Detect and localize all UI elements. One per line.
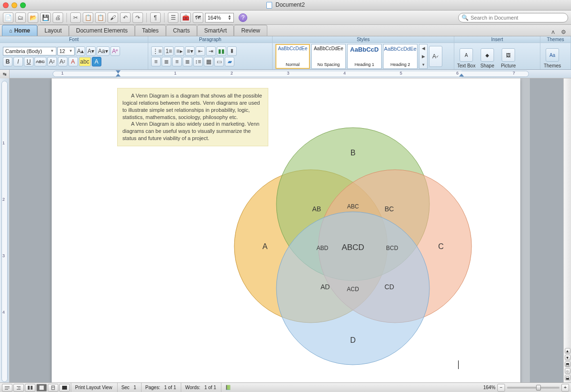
font-family-select[interactable]: Cambria (Body)▼ bbox=[3, 47, 56, 55]
document-page[interactable]: A Venn Diagram is a diagram that shows a… bbox=[52, 78, 520, 382]
borders-button[interactable]: ▭ bbox=[214, 57, 224, 66]
format-painter-button[interactable]: 🖌 bbox=[108, 12, 118, 23]
columns-button[interactable]: ▮▮ bbox=[217, 46, 226, 56]
zoom-out-button[interactable]: − bbox=[497, 384, 505, 392]
bullets-button[interactable]: ⋮≡ bbox=[151, 46, 163, 56]
style-heading-1[interactable]: AaBbCcD Heading 1 bbox=[347, 44, 382, 69]
bold-button[interactable]: B bbox=[3, 57, 12, 66]
prev-page-button[interactable]: ⬒ bbox=[565, 361, 571, 367]
zoom-in-button[interactable]: + bbox=[561, 384, 569, 392]
print-button[interactable]: 🖨 bbox=[53, 12, 63, 23]
venn-label-abcd: ABCD bbox=[341, 243, 364, 252]
numbering-button[interactable]: 1≡ bbox=[164, 46, 174, 56]
sort-button[interactable]: ⬍ bbox=[227, 46, 237, 56]
italic-button[interactable]: I bbox=[13, 57, 23, 66]
paste-button[interactable]: 📋 bbox=[95, 12, 106, 23]
font-color-button[interactable]: A bbox=[68, 57, 78, 66]
insert-picture-button[interactable]: 🖼 Picture bbox=[498, 46, 518, 71]
open-button[interactable]: 📂 bbox=[28, 12, 38, 23]
right-indent-marker[interactable] bbox=[459, 74, 464, 78]
redo-button[interactable]: ↷ bbox=[132, 12, 143, 23]
insert-shape-button[interactable]: ◆ Shape bbox=[477, 46, 497, 71]
status-section: Sec 1 bbox=[117, 383, 140, 392]
highlight-button[interactable]: abc bbox=[79, 57, 91, 66]
scroll-up-button[interactable]: ▲ bbox=[565, 348, 571, 354]
decrease-indent-button[interactable]: ⇤ bbox=[196, 46, 205, 56]
subscript-button[interactable]: A2 bbox=[58, 57, 67, 66]
line-spacing-button[interactable]: ↕≡ bbox=[193, 57, 203, 66]
show-formatting-button[interactable]: ¶ bbox=[150, 12, 161, 23]
text-effects-button[interactable]: A bbox=[92, 57, 101, 66]
shading-button[interactable]: ▦ bbox=[204, 57, 213, 66]
zoom-value: 164% bbox=[208, 15, 221, 21]
grow-font-button[interactable]: A▴ bbox=[76, 46, 85, 56]
status-spellcheck[interactable]: 📗 bbox=[221, 383, 235, 392]
view-draft-button[interactable] bbox=[2, 384, 12, 392]
help-button[interactable]: ? bbox=[239, 13, 247, 22]
tab-charts[interactable]: Charts bbox=[166, 25, 197, 36]
sidebar-toggle-button[interactable]: ☰ bbox=[168, 12, 178, 23]
shrink-font-button[interactable]: A▾ bbox=[86, 46, 96, 56]
copy-button[interactable]: 📋 bbox=[83, 12, 93, 23]
scroll-down-button[interactable]: ▼ bbox=[565, 355, 571, 360]
object-browse-button[interactable]: ○ bbox=[565, 368, 571, 374]
document-viewport[interactable]: A Venn Diagram is a diagram that shows a… bbox=[10, 78, 571, 382]
themes-button[interactable]: Aa Themes bbox=[542, 46, 562, 71]
ribbon-settings-button[interactable]: ⚙ bbox=[560, 28, 567, 36]
underline-button[interactable]: U bbox=[24, 57, 33, 66]
ruler-corner[interactable]: ↹ bbox=[0, 70, 10, 78]
style-heading-2[interactable]: AaBbCcDdEe Heading 2 bbox=[383, 44, 417, 69]
toolbox-button[interactable]: 🧰 bbox=[180, 12, 191, 23]
view-outline-button[interactable] bbox=[13, 384, 24, 392]
view-notebook-button[interactable] bbox=[48, 384, 58, 392]
new-from-template-button[interactable]: 🗂 bbox=[15, 12, 26, 23]
style-gallery-nav[interactable]: ◀▶▾ bbox=[419, 44, 428, 69]
zoom-readout: 164% bbox=[483, 385, 495, 390]
increase-indent-button[interactable]: ⇥ bbox=[206, 46, 216, 56]
gallery-button[interactable]: 🗺 bbox=[193, 12, 203, 23]
cut-button[interactable]: ✂ bbox=[70, 12, 81, 23]
change-case-button[interactable]: Aa▾ bbox=[97, 46, 110, 56]
zoom-slider-thumb[interactable] bbox=[536, 385, 541, 391]
search-field[interactable]: 🔍 bbox=[458, 13, 568, 22]
style-normal[interactable]: AaBbCcDdEe Normal bbox=[275, 44, 310, 69]
align-right-button[interactable]: ≡ bbox=[172, 57, 182, 66]
clear-formatting-button[interactable]: Aᵉ bbox=[110, 46, 120, 56]
multilevel-list-button[interactable]: ≡▸ bbox=[175, 46, 184, 56]
tab-document-elements[interactable]: Document Elements bbox=[69, 25, 135, 36]
view-focus-button[interactable] bbox=[59, 384, 70, 392]
tab-smartart[interactable]: SmartArt bbox=[197, 25, 234, 36]
status-pages-label: Pages: bbox=[145, 385, 160, 390]
superscript-button[interactable]: A2 bbox=[47, 57, 57, 66]
save-button[interactable]: 💾 bbox=[40, 12, 51, 23]
hanging-indent-marker[interactable] bbox=[116, 74, 121, 78]
tab-layout[interactable]: Layout bbox=[37, 25, 69, 36]
undo-button[interactable]: ↶ bbox=[120, 12, 131, 23]
horizontal-ruler[interactable]: ↹ 1 1 2 3 4 5 6 7 bbox=[0, 70, 571, 78]
text-styles-button[interactable]: A↙ bbox=[429, 46, 442, 67]
justify-button[interactable]: ≣ bbox=[183, 57, 192, 66]
style-sample: AaBbCcDdEe bbox=[314, 46, 343, 51]
view-print-layout-button[interactable] bbox=[36, 384, 47, 392]
tab-review[interactable]: Review bbox=[234, 25, 267, 36]
next-page-button[interactable]: ⬓ bbox=[565, 375, 571, 381]
strikethrough-button[interactable]: ABC bbox=[34, 57, 46, 66]
style-no-spacing[interactable]: AaBbCcDdEe No Spacing bbox=[311, 44, 346, 69]
tab-home[interactable]: ⌂Home bbox=[2, 25, 37, 36]
align-group-button[interactable]: ≡▾ bbox=[185, 46, 195, 56]
align-center-button[interactable]: ≣ bbox=[162, 57, 171, 66]
zoom-select[interactable]: 164% ▲▼ bbox=[205, 13, 234, 22]
ribbon-collapse-button[interactable]: ʌ bbox=[549, 28, 557, 36]
font-size-select[interactable]: 12▼ bbox=[57, 47, 75, 55]
search-input[interactable] bbox=[471, 15, 565, 21]
paint-bucket-button[interactable]: ▰ bbox=[225, 57, 234, 66]
insert-textbox-button[interactable]: A Text Box bbox=[456, 46, 476, 71]
venn-diagram[interactable]: A B C D AB BC ABC ABD ABCD BCD AD ACD CD bbox=[200, 109, 506, 382]
zoom-slider[interactable] bbox=[507, 387, 560, 389]
view-publishing-button[interactable] bbox=[25, 384, 35, 392]
vertical-scrollbar[interactable]: ▲ ▼ ⬒ ○ ⬓ bbox=[563, 78, 571, 382]
vertical-ruler[interactable]: 1 2 3 4 bbox=[0, 78, 10, 382]
align-left-button[interactable]: ≡ bbox=[151, 57, 161, 66]
new-doc-button[interactable]: 📄 bbox=[3, 12, 13, 23]
tab-tables[interactable]: Tables bbox=[135, 25, 166, 36]
